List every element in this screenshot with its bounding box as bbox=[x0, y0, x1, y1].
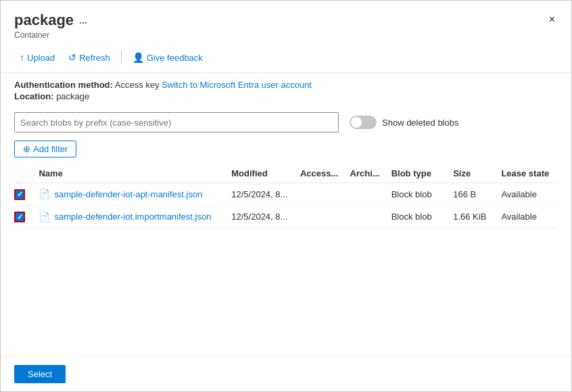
feedback-button[interactable]: 👤 Give feedback bbox=[127, 49, 208, 66]
panel-footer: Select bbox=[1, 356, 571, 391]
upload-label: Upload bbox=[27, 53, 55, 63]
row-name-cell: 📄sample-defender-iot-apt-manifest.json bbox=[33, 183, 226, 206]
panel: package ... Container × ↑ Upload ↺ Refre… bbox=[0, 0, 572, 392]
col-header-access: Access... bbox=[295, 163, 345, 183]
row-checkbox-cell[interactable]: ✓ bbox=[14, 205, 33, 228]
table-section: Name Modified Access... Archi... Blob ty… bbox=[1, 163, 571, 356]
row-lease-cell: Available bbox=[496, 205, 558, 228]
search-input[interactable] bbox=[14, 112, 339, 132]
search-section: Show deleted blobs bbox=[1, 107, 571, 137]
toggle-knob bbox=[351, 117, 362, 128]
row-size-cell: 166 B bbox=[448, 183, 496, 206]
check-icon: ✓ bbox=[17, 191, 23, 198]
col-header-modified: Modified bbox=[226, 163, 295, 183]
row-name-cell: 📄sample-defender-iot.importmanifest.json bbox=[33, 205, 226, 228]
check-icon: ✓ bbox=[17, 214, 23, 221]
row-checkbox-cell[interactable]: ✓ bbox=[14, 183, 33, 206]
panel-header: package ... Container × bbox=[1, 1, 571, 45]
row-access-cell bbox=[295, 205, 345, 228]
col-header-lease: Lease state bbox=[496, 163, 558, 183]
add-filter-label: Add filter bbox=[33, 144, 68, 154]
filter-section: ⊕ Add filter bbox=[1, 137, 571, 163]
file-link[interactable]: sample-defender-iot-apt-manifest.json bbox=[54, 189, 202, 199]
refresh-icon: ↺ bbox=[68, 52, 76, 63]
auth-method-value: Access key bbox=[115, 80, 160, 90]
row-access-cell bbox=[295, 183, 345, 206]
show-deleted-label: Show deleted blobs bbox=[382, 118, 458, 128]
auth-section: Authentication method: Access key Switch… bbox=[1, 73, 571, 107]
row-archi-cell bbox=[345, 205, 386, 228]
row-modified-cell: 12/5/2024, 8... bbox=[226, 205, 295, 228]
table-header-row: Name Modified Access... Archi... Blob ty… bbox=[14, 163, 558, 183]
row-archi-cell bbox=[345, 183, 386, 206]
auth-location-line: Location: package bbox=[14, 91, 558, 101]
col-header-blobtype: Blob type bbox=[386, 163, 448, 183]
col-header-archi: Archi... bbox=[345, 163, 386, 183]
auth-location-value: package bbox=[56, 91, 89, 101]
table-row: ✓📄sample-defender-iot-apt-manifest.json1… bbox=[14, 183, 558, 206]
panel-subtitle: Container bbox=[14, 30, 87, 40]
table-row: ✓📄sample-defender-iot.importmanifest.jso… bbox=[14, 205, 558, 228]
col-header-size: Size bbox=[448, 163, 496, 183]
panel-title-ellipsis[interactable]: ... bbox=[79, 15, 87, 26]
select-button[interactable]: Select bbox=[14, 365, 66, 383]
add-filter-button[interactable]: ⊕ Add filter bbox=[14, 141, 76, 157]
panel-title-text: package bbox=[14, 11, 74, 29]
feedback-icon: 👤 bbox=[133, 52, 144, 63]
row-size-cell: 1.66 KiB bbox=[448, 205, 496, 228]
toolbar: ↑ Upload ↺ Refresh 👤 Give feedback bbox=[1, 45, 571, 73]
file-link[interactable]: sample-defender-iot.importmanifest.json bbox=[54, 212, 211, 222]
upload-button[interactable]: ↑ Upload bbox=[14, 49, 60, 66]
row-lease-cell: Available bbox=[496, 183, 558, 206]
auth-switch-link[interactable]: Switch to Microsoft Entra user account bbox=[162, 80, 312, 90]
toggle-section: Show deleted blobs bbox=[350, 116, 458, 129]
refresh-label: Refresh bbox=[79, 53, 110, 63]
row-checkbox[interactable]: ✓ bbox=[14, 212, 25, 222]
row-modified-cell: 12/5/2024, 8... bbox=[226, 183, 295, 206]
auth-method-line: Authentication method: Access key Switch… bbox=[14, 80, 558, 90]
panel-title-section: package ... Container bbox=[14, 11, 87, 40]
row-blobtype-cell: Block blob bbox=[386, 205, 448, 228]
auth-location-label: Location: bbox=[14, 91, 54, 101]
show-deleted-toggle[interactable] bbox=[350, 116, 377, 129]
upload-icon: ↑ bbox=[20, 52, 24, 63]
close-button[interactable]: × bbox=[546, 11, 558, 28]
col-header-checkbox bbox=[14, 163, 33, 183]
row-blobtype-cell: Block blob bbox=[386, 183, 448, 206]
feedback-label: Give feedback bbox=[147, 53, 203, 63]
auth-method-label: Authentication method: bbox=[14, 80, 113, 90]
add-filter-icon: ⊕ bbox=[23, 144, 30, 154]
toolbar-separator bbox=[121, 51, 122, 64]
file-icon: 📄 bbox=[39, 189, 50, 199]
row-checkbox[interactable]: ✓ bbox=[14, 189, 25, 200]
file-icon: 📄 bbox=[39, 212, 50, 222]
refresh-button[interactable]: ↺ Refresh bbox=[63, 49, 116, 66]
panel-title: package ... bbox=[14, 11, 87, 29]
col-header-name: Name bbox=[33, 163, 226, 183]
blobs-table: Name Modified Access... Archi... Blob ty… bbox=[14, 163, 558, 228]
